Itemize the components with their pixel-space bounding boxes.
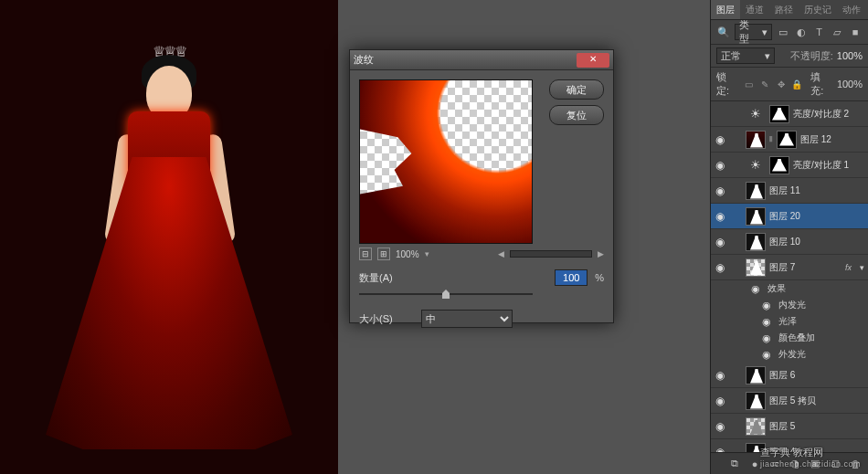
fx-badge[interactable]: fx [845, 263, 853, 272]
scroll-left-icon[interactable]: ◀ [498, 249, 504, 258]
lock-all-icon[interactable]: 🔒 [791, 78, 804, 90]
size-select[interactable]: 中 [421, 310, 513, 328]
filter-smart-icon[interactable]: ■ [848, 25, 863, 39]
layer-mask-thumbnail[interactable] [769, 105, 789, 123]
fx-item[interactable]: ◉外发光 [749, 346, 868, 363]
layer-thumbnail[interactable] [746, 207, 766, 226]
visibility-toggle[interactable]: ◉ [713, 369, 727, 382]
tab-channels[interactable]: 通道 [740, 0, 769, 19]
scroll-right-icon[interactable]: ▶ [598, 249, 604, 258]
visibility-toggle[interactable]: ◉ [713, 420, 727, 433]
tab-paths[interactable]: 路径 [769, 0, 799, 19]
fx-list: ◉效果◉内发光◉光泽◉颜色叠加◉外发光 [711, 280, 868, 363]
chevron-down-icon[interactable]: ▾ [425, 249, 429, 258]
layer-name[interactable]: 图层 11 [769, 184, 866, 197]
layer-thumbnail[interactable] [746, 392, 766, 410]
size-label: 大小(S) [359, 312, 414, 326]
preview-scrollbar[interactable] [510, 250, 592, 258]
layer-row[interactable]: ◉☀亮度/对比度 2 [711, 101, 868, 127]
brightness-contrast-icon: ☀ [746, 156, 766, 174]
filter-type-select[interactable]: 类型▾ [735, 24, 773, 40]
lock-position-icon[interactable]: ✥ [775, 78, 788, 90]
fx-visibility-toggle[interactable]: ◉ [760, 316, 773, 328]
layer-row[interactable]: ◉图层 6 [711, 363, 868, 388]
layer-thumbnail[interactable] [746, 258, 766, 277]
layer-name[interactable]: 图层 7 [769, 261, 842, 274]
layer-row[interactable]: ◉图层 5 拷贝 [711, 388, 868, 414]
layer-thumbnail[interactable] [746, 366, 766, 384]
layer-row[interactable]: ◉图层 11 [711, 178, 868, 204]
layer-row[interactable]: ◉图层 7fx▾ [711, 255, 868, 280]
fx-visibility-toggle[interactable]: ◉ [760, 332, 773, 344]
fx-visibility-toggle[interactable]: ◉ [760, 349, 773, 361]
layer-thumbnail[interactable] [746, 417, 766, 436]
brightness-contrast-icon: ☀ [746, 105, 766, 123]
ok-button[interactable]: 确定 [549, 79, 604, 100]
layer-thumbnail[interactable] [746, 131, 766, 149]
fx-visibility-toggle[interactable]: ◉ [749, 283, 762, 295]
layer-name[interactable]: 图层 5 [769, 420, 866, 433]
blend-mode-select[interactable]: 正常▾ [716, 47, 775, 64]
layer-mask-thumbnail[interactable] [769, 156, 789, 174]
amount-slider[interactable] [359, 288, 533, 300]
zoom-out-button[interactable]: ⊟ [359, 248, 372, 260]
layer-name[interactable]: 图层 6 [769, 369, 866, 382]
watermark-sub: jiaocheng.chazidian.com [760, 459, 861, 469]
search-icon[interactable]: 🔍 [716, 25, 731, 39]
visibility-toggle[interactable]: ◉ [713, 184, 727, 197]
reset-button[interactable]: 复位 [549, 105, 604, 125]
layer-name[interactable]: 图层 5 拷贝 [769, 395, 866, 407]
filter-pixel-icon[interactable]: ▭ [776, 25, 790, 39]
layer-row[interactable]: ◉⦀图层 12 [711, 127, 868, 153]
amount-label: 数量(A) [359, 271, 414, 285]
layer-mask-thumbnail[interactable] [777, 131, 797, 149]
canvas[interactable]: ♕♕♕ [0, 0, 338, 474]
filter-shape-icon[interactable]: ▱ [831, 25, 845, 39]
visibility-toggle[interactable]: ◉ [713, 210, 727, 223]
panel-tabs: 图层 通道 路径 历史记 动作 [711, 0, 868, 20]
slider-thumb[interactable] [442, 290, 450, 299]
fill-value[interactable]: 100% [837, 79, 863, 90]
link-layers-icon[interactable]: ⧉ [727, 457, 742, 471]
layer-thumbnail[interactable] [746, 233, 766, 251]
close-icon[interactable]: ✕ [577, 53, 609, 68]
tab-actions[interactable]: 动作 [837, 0, 866, 19]
layer-row[interactable]: ◉图层 10 [711, 229, 868, 255]
fx-disclosure-icon[interactable]: ▾ [857, 263, 866, 272]
layer-row[interactable]: ◉☀亮度/对比度 1 [711, 153, 868, 178]
visibility-toggle[interactable]: ◉ [713, 395, 727, 407]
lock-brush-icon[interactable]: ✎ [758, 78, 771, 90]
visibility-toggle[interactable]: ◉ [713, 261, 727, 274]
zoom-in-button[interactable]: ⊞ [377, 248, 390, 260]
visibility-toggle[interactable]: ◉ [713, 236, 727, 248]
filter-type-icon[interactable]: T [812, 25, 827, 39]
dialog-titlebar[interactable]: 波纹 ✕ [350, 50, 613, 70]
layer-row[interactable]: ◉图层 5 [711, 414, 868, 439]
fx-item[interactable]: ◉光泽 [749, 313, 868, 330]
fx-visibility-toggle[interactable]: ◉ [760, 300, 773, 311]
amount-unit: % [595, 272, 604, 283]
layer-name[interactable]: 图层 12 [800, 133, 866, 146]
visibility-toggle[interactable]: ◉ [713, 159, 727, 172]
visibility-toggle[interactable]: ◉ [713, 133, 727, 146]
layer-name[interactable]: 图层 10 [769, 236, 866, 248]
lock-pixels-icon[interactable]: ▭ [743, 78, 756, 90]
fx-item-label: 外发光 [778, 348, 806, 361]
amount-input[interactable] [555, 269, 587, 286]
fx-item[interactable]: ◉内发光 [749, 297, 868, 313]
layer-thumbnail[interactable] [746, 182, 766, 200]
filter-adjust-icon[interactable]: ◐ [794, 25, 809, 39]
layer-name[interactable]: 亮度/对比度 1 [793, 159, 866, 172]
visibility-toggle[interactable]: ◉ [713, 446, 727, 453]
opacity-value[interactable]: 100% [837, 50, 863, 61]
layer-name[interactable]: 亮度/对比度 2 [793, 108, 866, 121]
link-icon[interactable]: ⦀ [769, 134, 773, 144]
layer-name[interactable]: 图层 20 [769, 210, 866, 223]
tab-history[interactable]: 历史记 [799, 0, 837, 19]
layers-list: ◉☀亮度/对比度 2◉⦀图层 12◉☀亮度/对比度 1◉图层 11◉图层 20◉… [711, 101, 868, 452]
visibility-toggle[interactable]: ◉ [713, 108, 727, 121]
fx-item[interactable]: ◉颜色叠加 [749, 330, 868, 346]
tab-layers[interactable]: 图层 [711, 0, 740, 19]
filter-preview[interactable] [359, 79, 533, 244]
layer-row[interactable]: ◉图层 20 [711, 204, 868, 229]
